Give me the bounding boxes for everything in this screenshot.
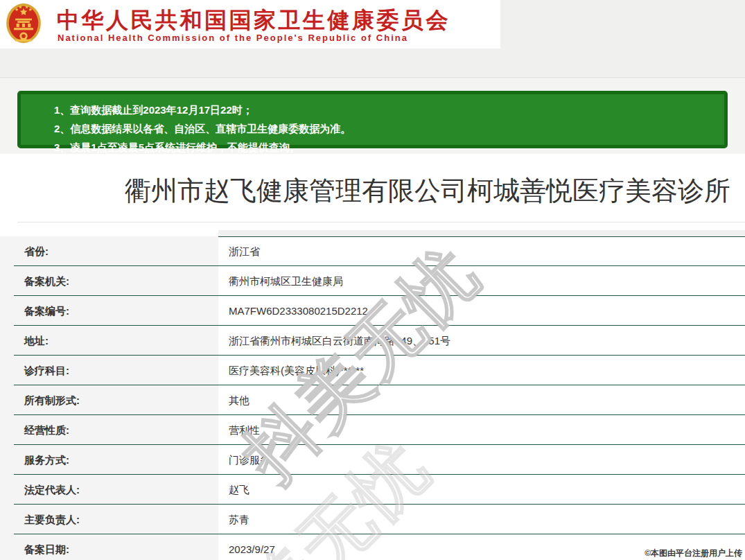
table-row-legal-representative: 法定代表人: 赵飞 — [0, 475, 745, 505]
row-label: 法定代表人: — [0, 475, 218, 505]
site-title-chinese: 中华人民共和国国家卫生健康委员会 — [57, 6, 450, 36]
row-value: 衢州市柯城区卫生健康局 — [229, 266, 745, 296]
table-row-principal: 主要负责人: 苏青 — [0, 505, 745, 534]
row-value: MA7FW6D2333080215D2212 — [229, 296, 745, 326]
table-row-filing-authority: 备案机关: 衢州市柯城区卫生健康局 — [0, 266, 745, 296]
site-title-english: National Health Commission of the People… — [58, 33, 408, 43]
row-label: 所有制形式: — [0, 385, 218, 415]
row-value: 医疗美容科(美容皮肤科)****** — [229, 356, 745, 385]
notice-item: 1、查询数据截止到2023年12月17日22时； — [54, 100, 717, 119]
row-label: 诊疗科目: — [0, 356, 218, 385]
row-value: 赵飞 — [229, 475, 745, 505]
site-header: 中华人民共和国国家卫生健康委员会 National Health Commiss… — [0, 0, 500, 49]
registration-detail-table: 省份: 浙江省 备案机关: 衢州市柯城区卫生健康局 备案编号: MA7FW6D2… — [0, 236, 745, 560]
table-row-province: 省份: 浙江省 — [0, 236, 745, 266]
row-label: 主要负责人: — [0, 505, 218, 534]
nhc-query-result-page: 中华人民共和国国家卫生健康委员会 National Health Commiss… — [0, 0, 745, 560]
row-label: 服务方式: — [0, 445, 218, 475]
table-row-medical-subjects: 诊疗科目: 医疗美容科(美容皮肤科)****** — [0, 356, 745, 385]
row-label: 经营性质: — [0, 415, 218, 445]
row-label: 备案机关: — [0, 266, 218, 296]
row-label: 地址: — [0, 326, 218, 356]
row-value: 苏青 — [229, 505, 745, 534]
row-value: 浙江省 — [229, 236, 745, 266]
row-label: 省份: — [0, 236, 218, 266]
notice-item: 3、凌晨1点至凌晨5点系统进行维护，不能提供查询。 — [54, 138, 717, 157]
query-notice-box: 1、查询数据截止到2023年12月17日22时； 2、信息数据结果以各省、自治区… — [17, 91, 728, 148]
table-row-filing-number: 备案编号: MA7FW6D2333080215D2212 — [0, 296, 745, 326]
table-row-service-mode: 服务方式: 门诊服务 — [0, 445, 745, 475]
institution-name-title: 衢州市赵飞健康管理有限公司柯城善悦医疗美容诊所 — [125, 173, 730, 209]
table-row-operating-nature: 经营性质: 营利性 — [0, 415, 745, 445]
row-value: 门诊服务 — [229, 445, 745, 475]
table-row-address: 地址: 浙江省衢州市柯城区白云街道南海路349、351号 — [0, 326, 745, 356]
china-national-emblem-icon — [6, 3, 42, 44]
row-value: 其他 — [229, 385, 745, 415]
notice-item: 2、信息数据结果以各省、自治区、直辖市卫生健康委数据为准。 — [54, 119, 717, 138]
title-divider — [17, 222, 745, 222]
row-label: 备案日期: — [0, 534, 218, 560]
row-label: 备案编号: — [0, 296, 218, 326]
table-row-ownership-form: 所有制形式: 其他 — [0, 385, 745, 415]
upload-credit-text: ©本图由平台注册用户上传 — [645, 548, 742, 559]
row-value: 营利性 — [229, 415, 745, 445]
table-top-strip — [218, 230, 745, 236]
row-value: 浙江省衢州市柯城区白云街道南海路349、351号 — [229, 326, 745, 356]
table-row-filing-date: 备案日期: 2023/9/27 — [0, 534, 745, 560]
